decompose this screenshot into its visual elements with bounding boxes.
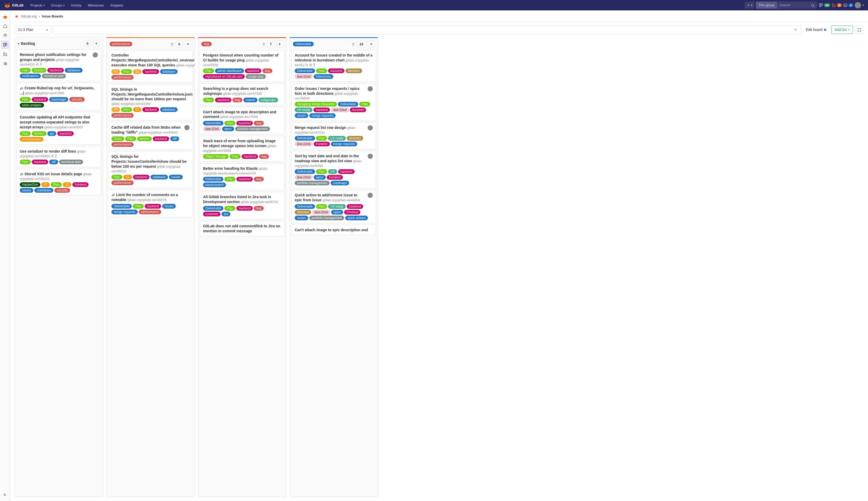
issue-card[interactable]: SQL timings for Projects::IssuesControll… bbox=[108, 151, 193, 188]
label-issues: issues bbox=[295, 216, 308, 220]
list-header: Deliverable22+ bbox=[290, 38, 378, 50]
issue-card[interactable]: Create RuboCop cop for url_for(params, .… bbox=[17, 83, 101, 110]
label-performance: performance bbox=[139, 210, 161, 214]
issue-card[interactable]: Sort by start date and end date in the r… bbox=[291, 151, 376, 188]
user-avatar[interactable] bbox=[855, 2, 861, 8]
sidebar-merge-requests[interactable] bbox=[1, 50, 9, 58]
fullscreen-button[interactable] bbox=[855, 25, 864, 34]
sidebar-overview[interactable] bbox=[1, 22, 9, 30]
issue-card[interactable]: Controller Projects::MergeRequestsContro… bbox=[108, 50, 193, 83]
search-icon[interactable] bbox=[808, 2, 817, 9]
label-bug: bug bbox=[254, 121, 264, 126]
issue-card[interactable]: Consider updating all API endpoints that… bbox=[17, 112, 101, 145]
issue-card[interactable]: Account for issues created in the middle… bbox=[291, 50, 376, 82]
label-admin-dashboard: admin dashboard bbox=[215, 68, 244, 73]
label-backend: backend bbox=[142, 107, 159, 112]
label-subgroups: subgroups bbox=[258, 98, 278, 102]
board-list: ▾Backlog5+Remove ghost notification sett… bbox=[14, 37, 103, 497]
sidebar-collapse[interactable] bbox=[1, 491, 9, 499]
label-plan: Plan bbox=[316, 68, 327, 73]
label-bug: bug bbox=[254, 206, 264, 211]
delete-list-icon[interactable] bbox=[170, 42, 174, 46]
card-ref: gitlab-org/gitlab-ee#6959 bbox=[323, 198, 360, 202]
delete-list-icon[interactable] bbox=[262, 42, 266, 46]
label-direction: direction bbox=[345, 68, 362, 73]
issue-card[interactable]: Use serializer to render diff lines gitl… bbox=[17, 146, 101, 167]
chevron-down-icon: ▾ bbox=[63, 4, 65, 7]
label-plan: Plan bbox=[20, 160, 31, 164]
issue-card[interactable]: Searching in a group does not search sub… bbox=[200, 83, 285, 105]
label-p2: P2 bbox=[41, 182, 50, 187]
issue-card[interactable]: SQL timings in Projects::MergeRequestsCo… bbox=[108, 84, 193, 121]
sidebar-members[interactable] bbox=[1, 60, 9, 68]
plus-button[interactable]: ＋▾ bbox=[744, 2, 754, 9]
label-deliverable: Deliverable bbox=[295, 169, 315, 174]
nav-snippets[interactable]: Snippets bbox=[108, 1, 126, 9]
plus-icon: ＋ bbox=[747, 3, 750, 8]
label-bug: bug bbox=[262, 68, 272, 73]
label-performance: performance bbox=[111, 180, 133, 185]
card-title: Sort by start date and end date in the r… bbox=[295, 154, 359, 163]
breadcrumb-group[interactable]: GitLab.org bbox=[21, 14, 37, 18]
board-select[interactable]: 11.3 Plan ▾ bbox=[14, 25, 51, 34]
label-issues: issues bbox=[295, 113, 308, 118]
issue-card[interactable]: All Gitlab branches listed in Jira task … bbox=[200, 192, 285, 219]
nav-activity[interactable]: Activity bbox=[68, 1, 84, 9]
label-due-22nd: due-22nd bbox=[295, 175, 313, 180]
clear-icon[interactable]: ✕ bbox=[794, 28, 797, 32]
list-label: bug bbox=[201, 42, 212, 46]
add-card-button[interactable]: + bbox=[93, 40, 100, 47]
edit-board-label: Edit board bbox=[806, 28, 823, 32]
delete-list-icon[interactable] bbox=[352, 42, 355, 46]
nav-projects[interactable]: Projects▾ bbox=[28, 1, 47, 9]
add-list-button[interactable]: Add list ▾ bbox=[831, 25, 853, 34]
card-content: All Gitlab branches listed in Jira task … bbox=[203, 195, 278, 204]
add-card-button[interactable]: + bbox=[276, 41, 283, 47]
sidebar-group[interactable] bbox=[1, 12, 9, 21]
sidebar-issues[interactable] bbox=[1, 41, 9, 49]
issue-card[interactable]: GitLab does not add comment/link to Jira… bbox=[200, 221, 285, 236]
sidebar-epics[interactable] bbox=[1, 31, 9, 40]
todos-count[interactable]: 2 bbox=[843, 3, 853, 7]
filter-input[interactable] bbox=[56, 28, 794, 32]
card-content: Use serializer to render diff lines gitl… bbox=[20, 149, 86, 158]
label-direction: direction bbox=[295, 210, 311, 215]
nav-groups[interactable]: Groups▾ bbox=[49, 1, 67, 9]
mr-count[interactable]: 2 bbox=[832, 3, 842, 7]
list-title: Deliverable bbox=[293, 42, 350, 46]
members-icon bbox=[3, 62, 7, 66]
search-scope[interactable]: This group bbox=[756, 2, 777, 9]
add-card-button[interactable]: + bbox=[368, 41, 375, 47]
issue-card[interactable]: Can't attach image to epic description a… bbox=[200, 107, 285, 134]
label-ux-ready: UX ready bbox=[328, 204, 346, 209]
issues-count[interactable]: 34 bbox=[819, 3, 830, 7]
label-deliverable: Deliverable bbox=[295, 136, 315, 141]
issue-card[interactable]: Cache diff related data from blobs when … bbox=[108, 122, 193, 150]
issue-card[interactable]: Better error handling for Elastic gitlab… bbox=[200, 163, 285, 190]
label-frontend: frontend bbox=[350, 108, 366, 112]
issue-card[interactable]: Stack trace of error from uploading imag… bbox=[200, 136, 285, 162]
search-input[interactable] bbox=[777, 2, 808, 9]
card-title: GitLab does not add comment/link to Jira… bbox=[203, 224, 280, 233]
svg-point-5 bbox=[832, 6, 833, 7]
issue-card[interactable]: Can't attach image to epic description a… bbox=[291, 225, 376, 235]
issue-card[interactable]: Remove ghost notification settings for g… bbox=[17, 50, 101, 81]
issue-card[interactable]: Limit the number of comments on a noteab… bbox=[108, 190, 193, 217]
issue-card[interactable]: Merge request list row design gitlab-org… bbox=[291, 122, 376, 149]
nav-milestones[interactable]: Milestones bbox=[85, 1, 107, 9]
label-backend: backend bbox=[47, 68, 64, 73]
issue-card[interactable]: Postgres timeout when counting number of… bbox=[200, 50, 285, 82]
list-cards: Postgres timeout when counting number of… bbox=[198, 50, 286, 239]
label-backend: backend bbox=[32, 97, 48, 102]
label-backend: backend bbox=[153, 137, 169, 141]
card-labels: PlanS2backenddatabaseissuesperformance bbox=[111, 175, 190, 185]
issue-card[interactable]: Order issues / merge requests / epics li… bbox=[291, 83, 376, 121]
edit-board-button[interactable]: Edit board bbox=[803, 25, 829, 34]
issue-card[interactable]: Stored XSS on Issue details page gitlab-… bbox=[17, 169, 101, 195]
gitlab-logo[interactable]: GitLab bbox=[4, 2, 23, 8]
home-icon bbox=[3, 24, 7, 28]
add-card-button[interactable]: + bbox=[185, 41, 191, 47]
chevron-down-icon[interactable]: ▾ bbox=[18, 42, 19, 45]
card-content: Merge request list row design gitlab-org… bbox=[295, 126, 356, 134]
issue-card[interactable]: Quick action to add/remove issue to epic… bbox=[291, 190, 376, 223]
